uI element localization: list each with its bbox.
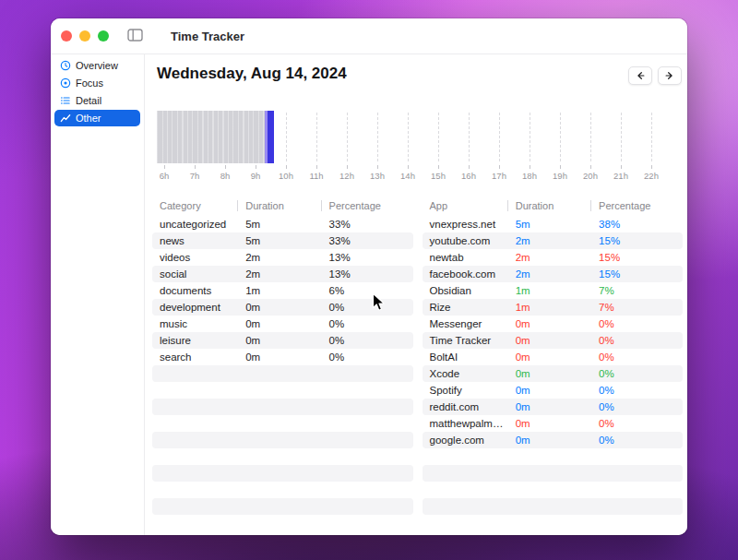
sidebar-item-detail[interactable]: Detail: [54, 92, 140, 109]
empty-row: [152, 482, 413, 498]
col-header-app-duration[interactable]: Duration: [508, 200, 591, 211]
table-row[interactable]: news 5m 33%: [152, 232, 413, 249]
hour-tick: [377, 165, 378, 169]
table-row[interactable]: videos 2m 13%: [152, 249, 413, 266]
sidebar-item-focus[interactable]: Focus: [54, 75, 140, 91]
titlebar[interactable]: Time Tracker: [51, 18, 687, 54]
row-duration: 2m: [238, 268, 321, 280]
table-row[interactable]: documents 1m 6%: [152, 282, 413, 299]
category-table: Category Duration Percentage uncategoriz…: [152, 196, 413, 531]
prev-day-button[interactable]: [628, 66, 652, 85]
row-percentage: 0%: [591, 435, 683, 446]
table-row[interactable]: leisure 0m 0%: [152, 332, 413, 349]
sidebar-item-other[interactable]: Other: [54, 110, 140, 126]
empty-row: [423, 498, 684, 515]
sidebar-item-overview[interactable]: Overview: [54, 57, 140, 74]
hour-gridline: [347, 113, 348, 161]
table-row[interactable]: social 2m 13%: [152, 266, 413, 282]
table-row[interactable]: vnexpress.net 5m 38%: [423, 216, 684, 232]
sidebar-item-label: Detail: [76, 95, 101, 106]
date-heading: Wednesday, Aug 14, 2024: [157, 65, 687, 83]
table-row[interactable]: Rize 1m 7%: [423, 299, 684, 316]
row-duration: 2m: [508, 252, 591, 263]
col-header-app[interactable]: App: [423, 200, 508, 211]
empty-row: [152, 515, 413, 531]
hour-label: 8h: [212, 171, 238, 181]
table-row[interactable]: uncategorized 5m 33%: [152, 216, 413, 232]
sidebar-toggle-icon: [127, 29, 143, 42]
hour-tick: [499, 165, 500, 169]
sidebar-nav: Overview Focus Detail Other: [51, 57, 144, 126]
row-name: documents: [152, 285, 238, 296]
table-row[interactable]: Xcode 0m 0%: [423, 365, 684, 382]
row-name: Time Tracker: [423, 335, 508, 346]
hour-gridline: [438, 113, 439, 161]
row-name: youtube.com: [423, 235, 508, 246]
main-content: Wednesday, Aug 14, 2024 6h7h8h9h10h: [145, 54, 687, 535]
row-duration: 5m: [238, 219, 321, 230]
hour-label: 18h: [517, 171, 542, 181]
row-duration: 0m: [508, 335, 591, 346]
row-percentage: 0%: [591, 318, 683, 329]
row-name: videos: [152, 252, 238, 263]
row-percentage: 0%: [322, 335, 413, 346]
row-percentage: 0%: [591, 335, 683, 346]
app-table: App Duration Percentage vnexpress.net 5m…: [423, 196, 684, 531]
timeline-axis: 6h7h8h9h10h11h12h13h14h15h16h17h18h19h20…: [157, 163, 683, 184]
timeline-chart: [157, 111, 683, 163]
hour-tick: [621, 165, 622, 169]
table-row[interactable]: reddit.com 0m 0%: [423, 399, 684, 415]
table-row[interactable]: search 0m 0%: [152, 349, 413, 365]
table-row[interactable]: Spotify 0m 0%: [423, 382, 684, 399]
window-title: Time Tracker: [171, 30, 244, 43]
table-row[interactable]: development 0m 0%: [152, 299, 413, 316]
hour-tick: [256, 165, 256, 169]
table-row[interactable]: matthewpalmer.... 0m 0%: [423, 415, 684, 432]
hour-gridline: [377, 113, 378, 161]
hour-gridline: [560, 113, 561, 161]
table-row[interactable]: facebook.com 2m 15%: [423, 266, 684, 282]
row-duration: 0m: [508, 418, 591, 429]
row-name: search: [152, 351, 238, 363]
row-name: Spotify: [423, 385, 508, 396]
table-row[interactable]: Messenger 0m 0%: [423, 316, 684, 332]
empty-row: [152, 415, 413, 432]
row-percentage: 33%: [322, 219, 413, 230]
arrow-left-icon: [635, 70, 646, 81]
row-name: leisure: [152, 335, 238, 346]
row-percentage: 0%: [322, 351, 413, 363]
row-duration: 0m: [238, 335, 321, 346]
minimize-button[interactable]: [79, 30, 90, 42]
hour-label: 7h: [182, 171, 208, 181]
empty-row: [152, 382, 413, 399]
table-row[interactable]: Obsidian 1m 7%: [423, 282, 684, 299]
sidebar-toggle-button[interactable]: [125, 28, 145, 44]
empty-row: [152, 399, 413, 415]
close-button[interactable]: [61, 30, 72, 42]
table-row[interactable]: youtube.com 2m 15%: [423, 232, 684, 249]
col-header-category-percentage[interactable]: Percentage: [322, 200, 413, 211]
sidebar-item-label: Overview: [76, 60, 118, 71]
col-header-app-percentage[interactable]: Percentage: [591, 200, 683, 211]
row-duration: 0m: [508, 351, 591, 363]
hour-label: 22h: [638, 171, 664, 181]
col-header-category[interactable]: Category: [152, 200, 238, 211]
category-table-header: Category Duration Percentage: [152, 196, 413, 216]
table-row[interactable]: newtab 2m 15%: [423, 249, 684, 266]
table-row[interactable]: BoltAI 0m 0%: [423, 349, 684, 365]
table-row[interactable]: music 0m 0%: [152, 316, 413, 332]
next-day-button[interactable]: [658, 66, 682, 85]
table-row[interactable]: Time Tracker 0m 0%: [423, 332, 684, 349]
desktop-background: Time Tracker Overview Focus Detail Other…: [0, 0, 738, 560]
table-row[interactable]: google.com 0m 0%: [423, 432, 684, 448]
list-icon: [60, 95, 71, 106]
hour-gridline: [590, 113, 591, 161]
zoom-button[interactable]: [98, 30, 109, 42]
row-percentage: 33%: [322, 235, 413, 246]
row-duration: 2m: [508, 235, 591, 246]
col-header-category-duration[interactable]: Duration: [238, 200, 321, 211]
row-duration: 0m: [508, 318, 591, 329]
row-percentage: 7%: [591, 285, 683, 296]
timeline: 6h7h8h9h10h11h12h13h14h15h16h17h18h19h20…: [157, 111, 683, 184]
chart-icon: [60, 113, 71, 124]
